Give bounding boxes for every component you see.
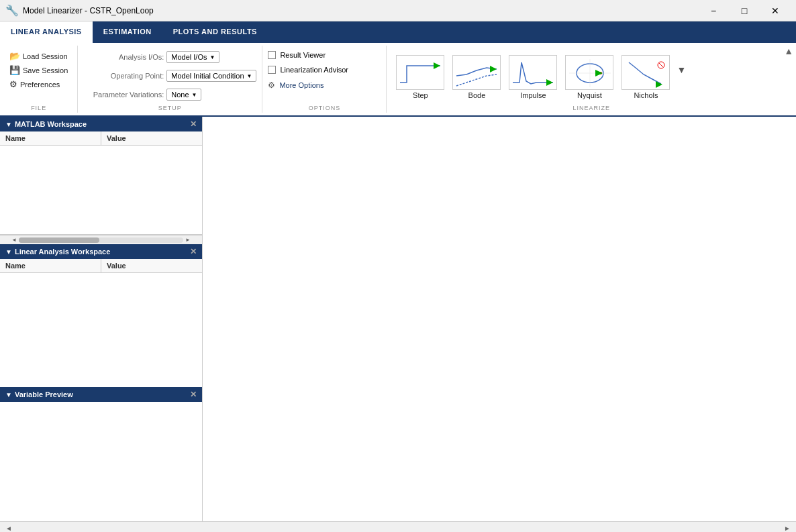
status-left-arrow[interactable]: ◄ (5, 525, 12, 532)
nichols-thumbnail (621, 55, 670, 90)
chevron-down-icon: ▼ (209, 54, 215, 60)
variable-preview-close-icon[interactable]: ✕ (190, 390, 197, 399)
step-thumbnail (396, 55, 444, 90)
more-options-button[interactable]: More Options (279, 81, 324, 89)
preferences-button[interactable]: ⚙ Preferences (5, 78, 72, 91)
linear-table-header: Name Value (0, 259, 202, 273)
impulse-thumbnail (509, 55, 557, 90)
svg-rect-0 (397, 56, 444, 90)
save-session-button[interactable]: 💾 Save Session (5, 64, 72, 76)
step-plot-button[interactable]: Step (392, 52, 448, 102)
linear-workspace-header[interactable]: ▼ Linear Analysis Workspace ✕ (0, 244, 202, 259)
window-controls: − □ ✕ (698, 0, 791, 21)
setup-section-label: SETUP (78, 103, 262, 113)
more-options-row: ⚙ More Options (268, 79, 381, 91)
matlab-workspace-table: Name Value (0, 131, 202, 235)
matlab-workspace-panel: ▼ MATLAB Workspace ✕ Name Value ◄ ► (0, 117, 202, 244)
bode-plot-button[interactable]: Bode (448, 52, 505, 102)
linear-analysis-workspace-panel: ▼ Linear Analysis Workspace ✕ Name Value (0, 244, 202, 387)
load-session-button[interactable]: 📂 Load Session (5, 50, 72, 62)
variable-preview-title: Variable Preview (15, 390, 73, 398)
svg-rect-6 (566, 56, 613, 90)
status-right-arrow[interactable]: ► (784, 525, 791, 532)
matlab-value-col: Value (101, 131, 202, 145)
linear-workspace-close-icon[interactable]: ✕ (190, 247, 197, 256)
gear-icon: ⚙ (9, 79, 17, 89)
variable-preview-content (0, 402, 202, 521)
main-content: ▼ MATLAB Workspace ✕ Name Value ◄ ► (0, 117, 796, 521)
matlab-name-col: Name (0, 131, 101, 145)
maximize-button[interactable]: □ (729, 0, 760, 21)
nichols-plot-button[interactable]: Nichols (617, 52, 674, 102)
matlab-workspace-collapse-icon: ▼ (5, 121, 12, 128)
scroll-left-icon[interactable]: ◄ (9, 237, 19, 243)
file-section-label: FILE (0, 103, 77, 113)
nyquist-plot-button[interactable]: Nyquist (561, 52, 617, 102)
linearize-section-label: LINEARIZE (387, 103, 796, 113)
app-icon: 🔧 (5, 4, 19, 17)
minimize-button[interactable]: − (698, 0, 729, 21)
linear-value-col: Value (101, 259, 202, 272)
result-viewer-row: Result Viewer (268, 50, 381, 60)
title-bar: 🔧 Model Linearizer - CSTR_OpenLoop − □ ✕ (0, 0, 796, 21)
analysis-ios-dropdown[interactable]: Model I/Os ▼ (166, 51, 219, 63)
scrollbar-thumb[interactable] (19, 237, 99, 243)
operating-point-row: Operating Point: Model Initial Condition… (83, 68, 256, 83)
ribbon-file-section: 📂 Load Session 💾 Save Session ⚙ Preferen… (0, 46, 78, 113)
more-plots-button[interactable]: ▼ (674, 62, 689, 78)
variable-preview-panel: ▼ Variable Preview ✕ (0, 387, 202, 521)
linearization-advisor-row: Linearization Advisor (268, 64, 381, 75)
matlab-workspace-header[interactable]: ▼ MATLAB Workspace ✕ (0, 117, 202, 131)
variable-preview-collapse-icon: ▼ (5, 391, 12, 398)
ribbon-collapse-button[interactable]: ▲ (784, 46, 793, 56)
gear-small-icon: ⚙ (268, 81, 275, 90)
bode-thumbnail (452, 55, 501, 90)
matlab-workspace-title: MATLAB Workspace (15, 120, 87, 128)
options-section-label: OPTIONS (262, 103, 386, 113)
impulse-plot-button[interactable]: Impulse (505, 52, 561, 102)
right-content-area (203, 117, 796, 521)
matlab-scrollbar-horizontal[interactable]: ◄ ► (0, 235, 202, 244)
ribbon-setup-section: Analysis I/Os: Model I/Os ▼ Operating Po… (78, 46, 262, 113)
save-icon: 💾 (9, 65, 20, 75)
ribbon-options-section: Result Viewer Linearization Advisor ⚙ Mo… (262, 46, 387, 113)
nyquist-thumbnail (565, 55, 613, 90)
parameter-variations-dropdown[interactable]: None ▼ (166, 89, 201, 101)
matlab-workspace-close-icon[interactable]: ✕ (190, 119, 197, 129)
svg-rect-4 (509, 56, 557, 90)
result-viewer-checkbox[interactable] (268, 51, 276, 59)
folder-icon: 📂 (9, 51, 20, 61)
ribbon-linearize-section: Step Bode (387, 46, 796, 113)
chevron-down-icon: ▼ (247, 73, 252, 79)
operating-point-dropdown[interactable]: Model Initial Condition ▼ (166, 70, 256, 82)
svg-rect-12 (622, 56, 670, 90)
status-bar: ◄ ► (0, 521, 796, 532)
variable-preview-header[interactable]: ▼ Variable Preview ✕ (0, 387, 202, 402)
left-panel: ▼ MATLAB Workspace ✕ Name Value ◄ ► (0, 117, 203, 521)
chevron-down-icon: ▼ (192, 92, 197, 98)
linear-workspace-collapse-icon: ▼ (5, 248, 12, 256)
tab-estimation[interactable]: ESTIMATION (93, 21, 162, 43)
window-title: Model Linearizer - CSTR_OpenLoop (23, 6, 154, 15)
scrollbar-track (19, 237, 183, 243)
linear-workspace-table: Name Value (0, 259, 202, 387)
ribbon: 📂 Load Session 💾 Save Session ⚙ Preferen… (0, 43, 796, 117)
scroll-right-icon[interactable]: ► (183, 237, 193, 243)
tab-plots-results[interactable]: PLOTS AND RESULTS (162, 21, 268, 43)
close-button[interactable]: ✕ (760, 0, 791, 21)
linear-workspace-body (0, 273, 202, 360)
tab-linear-analysis[interactable]: LINEAR ANALYSIS (0, 21, 93, 43)
matlab-table-header: Name Value (0, 131, 202, 146)
analysis-ios-row: Analysis I/Os: Model I/Os ▼ (83, 50, 256, 64)
parameter-variations-row: Parameter Variations: None ▼ (83, 87, 256, 102)
linearization-advisor-checkbox[interactable] (268, 66, 276, 74)
linear-workspace-title: Linear Analysis Workspace (15, 248, 110, 256)
linear-name-col: Name (0, 259, 101, 272)
menu-bar: LINEAR ANALYSIS ESTIMATION PLOTS AND RES… (0, 21, 796, 43)
